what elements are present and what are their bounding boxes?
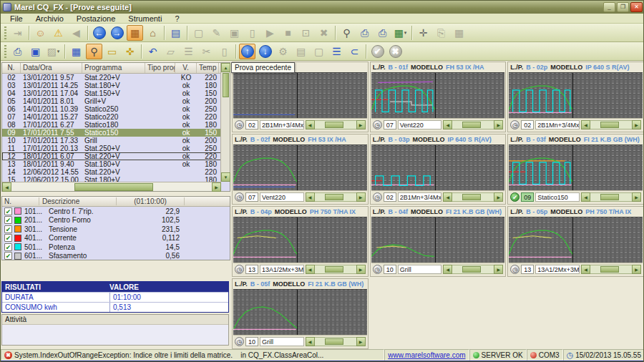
scrollbar-thumb[interactable] <box>325 266 343 273</box>
alarms-button[interactable]: ⚠ <box>50 25 67 41</box>
chart-scrollbar[interactable]: ◀▶ <box>581 265 641 274</box>
eraser-button[interactable]: ▱ <box>162 44 179 59</box>
list-item[interactable]: ✔601...Sfasamento0,56 <box>2 252 230 261</box>
scroll-right-button[interactable]: ▶ <box>212 182 221 192</box>
column-header-programma[interactable]: Programma <box>82 63 145 73</box>
table-button[interactable]: ▦ <box>451 25 467 41</box>
start-button[interactable]: ▶ <box>262 25 278 41</box>
table-row[interactable]: 0213/01/2011 9.57Stat.220+VKO220 <box>2 74 230 82</box>
scroll-left-button[interactable]: ◀ <box>581 192 590 202</box>
column-header-temp[interactable]: Temp <box>197 63 219 73</box>
exit-button[interactable]: ⇥ <box>9 25 26 41</box>
scrollbar-thumb[interactable] <box>600 122 619 128</box>
checkbox[interactable]: ✔ <box>4 252 12 260</box>
data-table-button[interactable]: ▦ <box>68 44 84 59</box>
scrollbar-thumb[interactable] <box>325 194 343 200</box>
scrollbar-thumb[interactable] <box>462 194 481 200</box>
scroll-left-button[interactable]: ◀ <box>443 192 452 202</box>
scroll-left-button[interactable]: ◀ <box>443 120 452 129</box>
scroll-up-button[interactable]: ▲ <box>221 63 230 72</box>
checkbox[interactable]: ✔ <box>4 207 12 215</box>
chart-scrollbar[interactable]: ◀▶ <box>581 120 641 129</box>
scrollbar-thumb[interactable] <box>600 194 619 200</box>
scrollbar-thumb[interactable] <box>462 266 481 273</box>
table-row[interactable]: 0313/01/2011 14.25Stat.180+Vok180 <box>2 82 230 89</box>
scrollbar-track[interactable] <box>315 337 356 346</box>
forward-button[interactable]: → <box>109 25 125 41</box>
list-item[interactable]: ✔101...Centro f. 7'rip.22,9 <box>2 207 230 216</box>
list-item[interactable]: ✔501...Potenza14,5 <box>2 243 230 252</box>
chart[interactable] <box>509 145 643 190</box>
table-row[interactable]: 1218/01/2011 6.07Stat.220+Vok220 <box>2 152 230 160</box>
chart-scrollbar[interactable]: ◀▶ <box>443 120 503 129</box>
next-test-button[interactable]: ↓ <box>257 44 273 59</box>
scroll-left-button[interactable]: ◀ <box>2 182 11 192</box>
undo-button[interactable]: ↶ <box>145 44 161 59</box>
print-button[interactable]: ⎙ <box>9 44 26 59</box>
checkbox[interactable]: ✔ <box>4 225 12 233</box>
new-document-button[interactable]: ▢ <box>190 25 207 41</box>
abort-button[interactable]: ✖ <box>316 25 332 41</box>
scroll-right-button[interactable]: ▶ <box>632 192 641 202</box>
scroll-right-button[interactable]: ▶ <box>356 337 366 346</box>
scrollbar-track[interactable] <box>590 120 632 129</box>
scrollbar-track[interactable] <box>315 120 356 129</box>
tests-vertical-scrollbar[interactable]: ▲ ▼ <box>220 63 230 182</box>
scroll-right-button[interactable]: ▶ <box>632 120 641 129</box>
move-button[interactable]: ✛ <box>415 25 431 41</box>
toolbar-grip[interactable] <box>4 26 6 39</box>
list-item[interactable]: ✔401...Corrente0,112 <box>2 234 230 243</box>
website-link[interactable]: www.marelsoftware.com <box>388 351 465 359</box>
numbered-list-button[interactable]: ☰ <box>328 44 345 59</box>
checkbox[interactable]: ✔ <box>4 216 12 224</box>
confirm-button[interactable]: ✔ <box>369 44 386 59</box>
stop-button[interactable]: ■ <box>280 25 296 41</box>
scrollbar-track[interactable] <box>452 192 494 202</box>
table-row[interactable]: 1017/01/2011 17.33Grillok200 <box>2 137 230 145</box>
marker-button[interactable]: ✜ <box>122 44 138 59</box>
delete-button[interactable]: ▯ <box>244 25 260 41</box>
chart[interactable] <box>233 72 367 118</box>
scroll-right-button[interactable]: ▶ <box>356 192 366 202</box>
scrollbar-track[interactable] <box>315 192 356 202</box>
list-item[interactable]: ✔201...Centro Forno102,5 <box>2 216 230 225</box>
scroll-right-button[interactable]: ▶ <box>356 265 366 274</box>
edit-button[interactable]: ✎ <box>208 25 225 41</box>
scroll-left-button[interactable]: ◀ <box>443 265 452 274</box>
scrollbar-thumb[interactable] <box>325 338 343 345</box>
close-button[interactable]: ✕ <box>630 2 643 12</box>
scroll-left-button[interactable]: ◀ <box>306 265 315 274</box>
scroll-left-button[interactable]: ◀ <box>581 265 590 274</box>
export-grid-button[interactable]: ▦▾ <box>392 25 409 41</box>
dropdown-caret-icon[interactable]: ▾ <box>404 30 407 36</box>
menu-item-strumenti[interactable]: Strumenti <box>122 14 168 23</box>
table-row[interactable]: 0817/01/2011 6.27Statico180ok180 <box>2 121 230 129</box>
scroll-right-button[interactable]: ▶ <box>632 265 641 274</box>
copy-button[interactable]: ⎘ <box>433 25 449 41</box>
column-header-n[interactable]: N. <box>2 63 21 73</box>
scrollbar-thumb[interactable] <box>600 266 619 273</box>
zoom-button[interactable]: ⚲ <box>338 25 355 41</box>
chart-scrollbar[interactable]: ◀▶ <box>443 192 503 202</box>
list-item[interactable]: ✔301...Tensione231,5 <box>2 225 230 234</box>
sound-button[interactable]: ◀ <box>68 25 84 41</box>
scroll-right-button[interactable]: ▶ <box>356 120 366 129</box>
column-header-time[interactable]: (01:10:00) <box>117 197 185 205</box>
checkbox[interactable]: ✔ <box>4 234 12 242</box>
menu-item-postazione[interactable]: Postazione <box>70 14 122 23</box>
list-button[interactable]: ☰ <box>180 44 197 59</box>
print-report-button[interactable]: ⎙ <box>374 25 391 41</box>
column-header-descrizione[interactable]: Descrizione <box>39 197 117 205</box>
previous-test-button[interactable]: ↑ <box>239 44 255 59</box>
save-button[interactable]: ▣ <box>27 44 44 59</box>
column-header-n[interactable]: N. <box>2 197 39 205</box>
checkbox[interactable]: ✔ <box>4 243 12 251</box>
chart-scrollbar[interactable]: ◀▶ <box>443 265 503 274</box>
scroll-left-button[interactable]: ◀ <box>306 120 315 129</box>
column-header-tipoprogr[interactable]: Tipo progr... <box>145 63 175 73</box>
scroll-right-button[interactable]: ▶ <box>494 192 503 202</box>
scrollbar-track[interactable] <box>452 120 494 129</box>
zoom-button[interactable]: ⚲ <box>86 44 102 59</box>
table-row[interactable]: 1117/01/2011 20.13Stat.250+Vok250 <box>2 145 230 152</box>
minimize-button[interactable]: _ <box>603 2 615 12</box>
